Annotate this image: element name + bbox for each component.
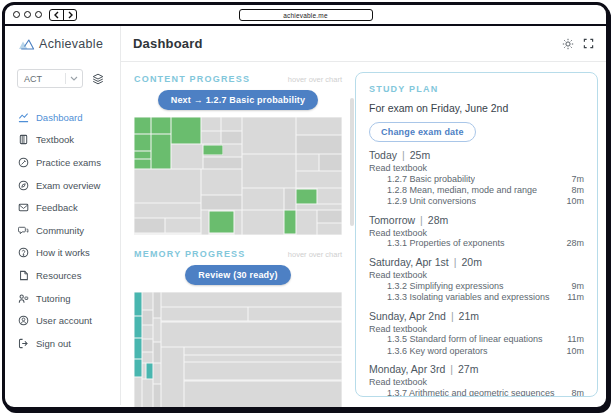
- browser-window: achievable.me Achievable ACT: [2, 2, 609, 410]
- window-control-dot[interactable]: [24, 11, 31, 18]
- sidebar-item-textbook[interactable]: Textbook: [5, 129, 120, 152]
- task-label: 1.3.1 Properties of exponents: [387, 239, 505, 249]
- sign-out-icon: [18, 338, 29, 349]
- task-item[interactable]: 1.3.1 Properties of exponents28m: [369, 239, 584, 249]
- memory-progress-treemap[interactable]: [134, 292, 342, 410]
- sidebar-item-practice-exams[interactable]: Practice exams: [5, 151, 120, 174]
- task-duration: 28m: [566, 239, 584, 249]
- treemap-cell: [142, 310, 152, 325]
- study-plan-panel: STUDY PLAN For exam on Friday, June 2nd …: [355, 72, 598, 397]
- treemap-cell: [242, 117, 296, 154]
- treemap-cell: [142, 292, 152, 310]
- treemap-cell: [153, 318, 161, 342]
- treemap-cell: [201, 195, 243, 210]
- scrollbar-thumb[interactable]: [350, 98, 354, 226]
- day-name: Sunday, Apr 2nd: [369, 310, 446, 322]
- logo[interactable]: Achievable: [5, 26, 120, 62]
- content-progress-treemap[interactable]: [134, 117, 342, 235]
- day-total-duration: 25m: [410, 149, 430, 161]
- treemap-cell: [134, 151, 151, 159]
- window-control-dot[interactable]: [35, 11, 42, 18]
- treemap-cell: [134, 117, 151, 134]
- task-label: 1.3.6 Key word operators: [387, 347, 488, 357]
- sidebar-item-label: User account: [36, 315, 92, 326]
- sidebar-item-how-it-works[interactable]: How it works: [5, 242, 120, 265]
- treemap-cell: [134, 359, 142, 377]
- next-button-row: Next → 1.2.7 Basic probability: [134, 90, 342, 110]
- task-duration: 8m: [571, 186, 584, 196]
- fullscreen-icon[interactable]: [583, 38, 594, 49]
- sidebar-item-community[interactable]: Community: [5, 219, 120, 242]
- task-item[interactable]: 1.3.7 Arithmetic and geometric sequences…: [369, 389, 584, 397]
- treemap-cell: [134, 159, 151, 168]
- window-control-dot[interactable]: [13, 11, 20, 18]
- course-select[interactable]: ACT: [17, 69, 83, 88]
- treemap-cell: [317, 210, 342, 223]
- task-label: 1.3.5 Standard form of linear equations: [387, 335, 543, 345]
- treemap-cell: [161, 347, 184, 410]
- day-separator: |: [420, 214, 423, 226]
- day-separator: |: [450, 363, 453, 375]
- task-item[interactable]: 1.3.3 Isolating variables and expression…: [369, 293, 584, 303]
- sidebar-item-label: Sign out: [36, 338, 71, 349]
- treemap-cell: [153, 363, 161, 384]
- app: Achievable ACT Dashboard: [5, 26, 606, 405]
- study-plan-title: STUDY PLAN: [369, 84, 584, 94]
- treemap-cell: [134, 292, 142, 316]
- treemap-cell: [296, 210, 317, 235]
- sidebar-item-feedback[interactable]: Feedback: [5, 196, 120, 219]
- task-item[interactable]: 1.3.5 Standard form of linear equations1…: [369, 335, 584, 345]
- sidebar: Achievable ACT Dashboard: [5, 26, 121, 405]
- theme-toggle-icon[interactable]: [562, 38, 574, 50]
- treemap-cell: [284, 188, 296, 210]
- day-name: Monday, Apr 3rd: [369, 363, 445, 375]
- sidebar-item-exam-overview[interactable]: Exam overview: [5, 174, 120, 197]
- book-icon: [18, 134, 29, 145]
- logo-text: Achievable: [39, 37, 103, 51]
- task-item[interactable]: 1.3.6 Key word operators10m: [369, 347, 584, 357]
- forward-icon: [66, 11, 74, 19]
- change-exam-date-button[interactable]: Change exam date: [369, 122, 476, 142]
- study-day-title: Sunday, Apr 2nd|21m: [369, 311, 584, 322]
- treemap-cell: [201, 117, 222, 131]
- task-item[interactable]: 1.3.2 Simplifying expressions9m: [369, 282, 584, 292]
- day-total-duration: 20m: [462, 256, 482, 268]
- treemap-cell: [242, 188, 284, 210]
- sidebar-item-label: Practice exams: [36, 157, 101, 168]
- treemap-cell: [184, 347, 342, 354]
- sidebar-item-dashboard[interactable]: Dashboard: [5, 106, 120, 129]
- treemap-cell: [319, 154, 342, 172]
- study-day: Today|25mRead textbook1.2.7 Basic probab…: [369, 150, 584, 207]
- next-lesson-button[interactable]: Next → 1.2.7 Basic probability: [158, 90, 319, 110]
- review-button[interactable]: Review (30 ready): [185, 265, 290, 285]
- sidebar-item-tutoring[interactable]: Tutoring: [5, 287, 120, 310]
- task-item[interactable]: 1.2.9 Unit conversions10m: [369, 197, 584, 207]
- task-item[interactable]: 1.2.7 Basic probability7m: [369, 175, 584, 185]
- treemap-cell: [142, 339, 152, 352]
- treemap-cell: [242, 210, 284, 235]
- task-item[interactable]: 1.2.8 Mean, median, mode and range8m: [369, 186, 584, 196]
- url-bar[interactable]: achievable.me: [239, 9, 373, 21]
- task-group-label: Read textbook: [369, 270, 584, 280]
- day-separator: |: [451, 310, 454, 322]
- back-button[interactable]: [50, 10, 63, 20]
- treemap-cell: [134, 134, 151, 152]
- treemap-cell: [134, 316, 142, 338]
- treemap-cell: [161, 292, 342, 307]
- sidebar-item-sign-out[interactable]: Sign out: [5, 332, 120, 355]
- sidebar-item-resources[interactable]: Resources: [5, 264, 120, 287]
- memory-progress-header: MEMORY PROGRESS hover over chart: [134, 249, 342, 259]
- sidebar-item-user-account[interactable]: User account: [5, 309, 120, 332]
- treemap-cell: [146, 363, 152, 380]
- task-duration: 8m: [571, 389, 584, 397]
- app-header: Dashboard: [121, 26, 606, 62]
- window-controls: [13, 11, 42, 18]
- treemap-cell: [221, 117, 242, 131]
- header-icons: [562, 38, 594, 50]
- treemap-cell: [153, 292, 161, 318]
- treemap-cell: [317, 223, 342, 235]
- treemap-cell: [209, 211, 234, 232]
- treemap-cell: [221, 131, 242, 144]
- layers-icon[interactable]: [92, 73, 104, 85]
- forward-button[interactable]: [63, 10, 76, 20]
